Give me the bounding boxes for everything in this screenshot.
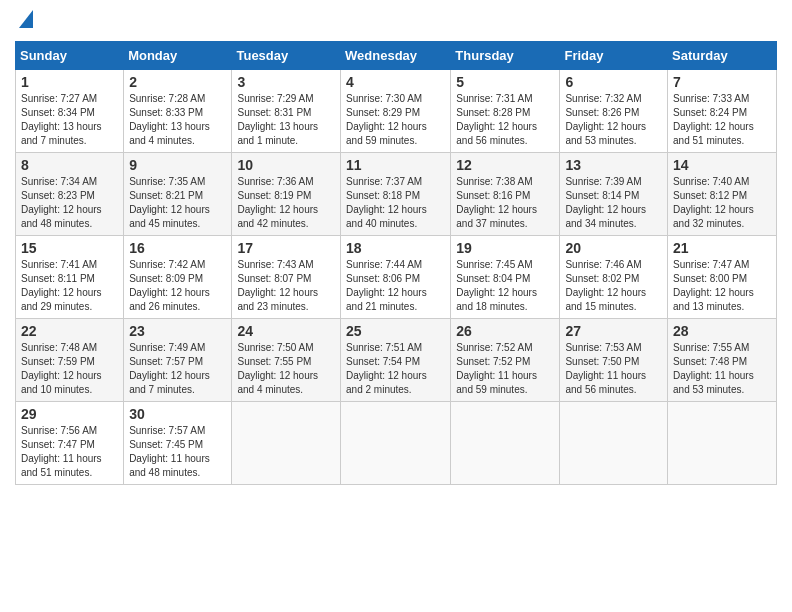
day-info: Sunrise: 7:55 AM Sunset: 7:48 PM Dayligh…	[673, 341, 771, 397]
calendar-cell: 14Sunrise: 7:40 AM Sunset: 8:12 PM Dayli…	[668, 153, 777, 236]
day-info: Sunrise: 7:30 AM Sunset: 8:29 PM Dayligh…	[346, 92, 445, 148]
day-info: Sunrise: 7:41 AM Sunset: 8:11 PM Dayligh…	[21, 258, 118, 314]
day-info: Sunrise: 7:38 AM Sunset: 8:16 PM Dayligh…	[456, 175, 554, 231]
day-info: Sunrise: 7:50 AM Sunset: 7:55 PM Dayligh…	[237, 341, 335, 397]
day-number: 29	[21, 406, 118, 422]
calendar-cell: 26Sunrise: 7:52 AM Sunset: 7:52 PM Dayli…	[451, 319, 560, 402]
calendar-cell: 17Sunrise: 7:43 AM Sunset: 8:07 PM Dayli…	[232, 236, 341, 319]
calendar-cell: 16Sunrise: 7:42 AM Sunset: 8:09 PM Dayli…	[124, 236, 232, 319]
calendar-cell: 13Sunrise: 7:39 AM Sunset: 8:14 PM Dayli…	[560, 153, 668, 236]
day-number: 7	[673, 74, 771, 90]
page-header	[15, 10, 777, 31]
calendar-cell: 30Sunrise: 7:57 AM Sunset: 7:45 PM Dayli…	[124, 402, 232, 485]
day-info: Sunrise: 7:28 AM Sunset: 8:33 PM Dayligh…	[129, 92, 226, 148]
day-number: 26	[456, 323, 554, 339]
calendar-cell: 9Sunrise: 7:35 AM Sunset: 8:21 PM Daylig…	[124, 153, 232, 236]
calendar-header-row: SundayMondayTuesdayWednesdayThursdayFrid…	[16, 42, 777, 70]
calendar-cell: 15Sunrise: 7:41 AM Sunset: 8:11 PM Dayli…	[16, 236, 124, 319]
day-info: Sunrise: 7:43 AM Sunset: 8:07 PM Dayligh…	[237, 258, 335, 314]
calendar-header-tuesday: Tuesday	[232, 42, 341, 70]
day-number: 11	[346, 157, 445, 173]
day-info: Sunrise: 7:31 AM Sunset: 8:28 PM Dayligh…	[456, 92, 554, 148]
calendar-cell: 1Sunrise: 7:27 AM Sunset: 8:34 PM Daylig…	[16, 70, 124, 153]
day-number: 30	[129, 406, 226, 422]
calendar-cell: 22Sunrise: 7:48 AM Sunset: 7:59 PM Dayli…	[16, 319, 124, 402]
calendar-cell: 10Sunrise: 7:36 AM Sunset: 8:19 PM Dayli…	[232, 153, 341, 236]
day-info: Sunrise: 7:33 AM Sunset: 8:24 PM Dayligh…	[673, 92, 771, 148]
calendar-header-saturday: Saturday	[668, 42, 777, 70]
calendar-week-5: 29Sunrise: 7:56 AM Sunset: 7:47 PM Dayli…	[16, 402, 777, 485]
calendar-cell: 4Sunrise: 7:30 AM Sunset: 8:29 PM Daylig…	[341, 70, 451, 153]
calendar-cell: 8Sunrise: 7:34 AM Sunset: 8:23 PM Daylig…	[16, 153, 124, 236]
day-info: Sunrise: 7:49 AM Sunset: 7:57 PM Dayligh…	[129, 341, 226, 397]
calendar-cell: 29Sunrise: 7:56 AM Sunset: 7:47 PM Dayli…	[16, 402, 124, 485]
day-number: 1	[21, 74, 118, 90]
day-number: 17	[237, 240, 335, 256]
day-number: 28	[673, 323, 771, 339]
calendar-cell: 11Sunrise: 7:37 AM Sunset: 8:18 PM Dayli…	[341, 153, 451, 236]
day-number: 21	[673, 240, 771, 256]
day-info: Sunrise: 7:36 AM Sunset: 8:19 PM Dayligh…	[237, 175, 335, 231]
day-number: 10	[237, 157, 335, 173]
calendar-cell: 6Sunrise: 7:32 AM Sunset: 8:26 PM Daylig…	[560, 70, 668, 153]
day-info: Sunrise: 7:35 AM Sunset: 8:21 PM Dayligh…	[129, 175, 226, 231]
day-number: 2	[129, 74, 226, 90]
calendar-cell: 7Sunrise: 7:33 AM Sunset: 8:24 PM Daylig…	[668, 70, 777, 153]
calendar-header-sunday: Sunday	[16, 42, 124, 70]
calendar-cell	[668, 402, 777, 485]
calendar-cell: 19Sunrise: 7:45 AM Sunset: 8:04 PM Dayli…	[451, 236, 560, 319]
day-info: Sunrise: 7:44 AM Sunset: 8:06 PM Dayligh…	[346, 258, 445, 314]
calendar-header-thursday: Thursday	[451, 42, 560, 70]
day-info: Sunrise: 7:39 AM Sunset: 8:14 PM Dayligh…	[565, 175, 662, 231]
calendar-cell: 21Sunrise: 7:47 AM Sunset: 8:00 PM Dayli…	[668, 236, 777, 319]
calendar-cell: 27Sunrise: 7:53 AM Sunset: 7:50 PM Dayli…	[560, 319, 668, 402]
day-info: Sunrise: 7:27 AM Sunset: 8:34 PM Dayligh…	[21, 92, 118, 148]
day-number: 5	[456, 74, 554, 90]
calendar-table: SundayMondayTuesdayWednesdayThursdayFrid…	[15, 41, 777, 485]
day-info: Sunrise: 7:48 AM Sunset: 7:59 PM Dayligh…	[21, 341, 118, 397]
calendar-cell	[232, 402, 341, 485]
calendar-cell: 18Sunrise: 7:44 AM Sunset: 8:06 PM Dayli…	[341, 236, 451, 319]
day-info: Sunrise: 7:57 AM Sunset: 7:45 PM Dayligh…	[129, 424, 226, 480]
day-number: 16	[129, 240, 226, 256]
calendar-cell: 24Sunrise: 7:50 AM Sunset: 7:55 PM Dayli…	[232, 319, 341, 402]
calendar-header-wednesday: Wednesday	[341, 42, 451, 70]
day-number: 8	[21, 157, 118, 173]
calendar-cell: 5Sunrise: 7:31 AM Sunset: 8:28 PM Daylig…	[451, 70, 560, 153]
day-number: 13	[565, 157, 662, 173]
day-number: 6	[565, 74, 662, 90]
calendar-cell: 23Sunrise: 7:49 AM Sunset: 7:57 PM Dayli…	[124, 319, 232, 402]
day-number: 27	[565, 323, 662, 339]
day-number: 23	[129, 323, 226, 339]
day-info: Sunrise: 7:47 AM Sunset: 8:00 PM Dayligh…	[673, 258, 771, 314]
day-number: 22	[21, 323, 118, 339]
calendar-cell: 20Sunrise: 7:46 AM Sunset: 8:02 PM Dayli…	[560, 236, 668, 319]
calendar-week-1: 1Sunrise: 7:27 AM Sunset: 8:34 PM Daylig…	[16, 70, 777, 153]
day-number: 19	[456, 240, 554, 256]
calendar-header-friday: Friday	[560, 42, 668, 70]
calendar-week-3: 15Sunrise: 7:41 AM Sunset: 8:11 PM Dayli…	[16, 236, 777, 319]
day-number: 9	[129, 157, 226, 173]
day-number: 20	[565, 240, 662, 256]
logo	[15, 10, 33, 31]
day-info: Sunrise: 7:34 AM Sunset: 8:23 PM Dayligh…	[21, 175, 118, 231]
calendar-cell	[560, 402, 668, 485]
day-info: Sunrise: 7:29 AM Sunset: 8:31 PM Dayligh…	[237, 92, 335, 148]
day-info: Sunrise: 7:40 AM Sunset: 8:12 PM Dayligh…	[673, 175, 771, 231]
day-number: 4	[346, 74, 445, 90]
svg-marker-0	[19, 10, 33, 28]
calendar-week-4: 22Sunrise: 7:48 AM Sunset: 7:59 PM Dayli…	[16, 319, 777, 402]
calendar-cell: 28Sunrise: 7:55 AM Sunset: 7:48 PM Dayli…	[668, 319, 777, 402]
day-info: Sunrise: 7:51 AM Sunset: 7:54 PM Dayligh…	[346, 341, 445, 397]
calendar-cell: 3Sunrise: 7:29 AM Sunset: 8:31 PM Daylig…	[232, 70, 341, 153]
day-number: 14	[673, 157, 771, 173]
day-number: 18	[346, 240, 445, 256]
day-info: Sunrise: 7:37 AM Sunset: 8:18 PM Dayligh…	[346, 175, 445, 231]
day-info: Sunrise: 7:53 AM Sunset: 7:50 PM Dayligh…	[565, 341, 662, 397]
day-number: 12	[456, 157, 554, 173]
day-info: Sunrise: 7:56 AM Sunset: 7:47 PM Dayligh…	[21, 424, 118, 480]
calendar-cell: 12Sunrise: 7:38 AM Sunset: 8:16 PM Dayli…	[451, 153, 560, 236]
day-info: Sunrise: 7:42 AM Sunset: 8:09 PM Dayligh…	[129, 258, 226, 314]
calendar-cell: 25Sunrise: 7:51 AM Sunset: 7:54 PM Dayli…	[341, 319, 451, 402]
calendar-cell: 2Sunrise: 7:28 AM Sunset: 8:33 PM Daylig…	[124, 70, 232, 153]
